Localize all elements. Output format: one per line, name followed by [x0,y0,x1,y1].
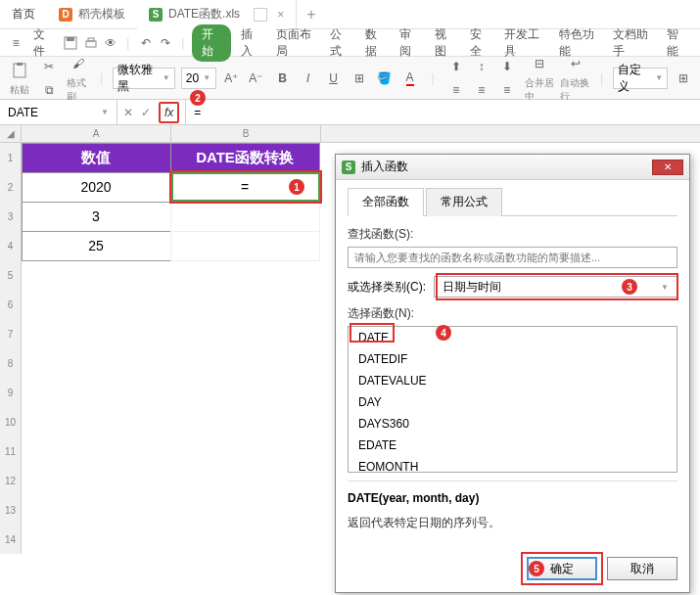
row-header-7[interactable]: 7 [0,319,22,348]
cell-b4[interactable] [170,231,320,261]
numfmt-label: 自定义 [618,62,651,95]
app-menu-icon[interactable]: ≡ [8,33,23,53]
row-header-2[interactable]: 2 [0,172,22,202]
menu-formula[interactable]: 公式 [324,26,355,60]
align-center-icon[interactable]: ≡ [470,79,493,101]
svg-rect-5 [17,63,23,66]
function-item-edate[interactable]: EDATE [349,435,677,456]
font-select[interactable]: 微软雅黑▼ [113,68,175,89]
category-select[interactable]: 日期与时间 ▼ [434,276,677,298]
align-top-icon[interactable]: ⬆ [444,56,468,77]
align-left-icon[interactable]: ≡ [444,79,468,101]
row-header-9[interactable]: 9 [0,378,22,407]
bold-icon[interactable]: B [271,68,295,89]
cell-a2[interactable]: 2020 [22,172,171,203]
merge-icon[interactable]: ⊟ [528,53,551,74]
chevron-down-icon: ▼ [203,73,210,82]
font-color-icon[interactable]: A [398,68,422,89]
row-header-5[interactable]: 5 [0,260,22,290]
function-list[interactable]: DATE DATEDIF DATEVALUE DAY DAYS360 EDATE… [348,326,677,473]
function-item-datedif[interactable]: DATEDIF [349,348,677,370]
svg-rect-2 [86,41,96,47]
row-header-3[interactable]: 3 [0,202,22,231]
cell-b1[interactable]: DATE函数转换 [170,143,320,173]
cell-a4[interactable]: 25 [22,231,171,261]
tab-common-formulas[interactable]: 常用公式 [426,188,502,216]
function-item-date[interactable]: DATE [349,327,677,348]
spreadsheet-icon: S [149,8,163,22]
copy-icon[interactable]: ⧉ [37,79,61,101]
redo-icon[interactable]: ↷ [158,33,173,53]
menu-data[interactable]: 数据 [359,26,391,60]
function-item-datevalue[interactable]: DATEVALUE [349,370,677,391]
dialog-close-button[interactable]: ✕ [652,160,683,175]
fx-button[interactable]: fx [159,102,179,123]
formula-input[interactable]: = [186,100,700,124]
cancel-button[interactable]: 取消 [607,557,677,580]
menu-file[interactable]: 文件 [27,26,59,60]
row-header-11[interactable]: 11 [0,436,22,466]
svg-rect-1 [67,37,74,41]
document-tabs: 首页 D稻壳模板 SDATE函数.xls× + [0,0,700,29]
function-item-eomonth[interactable]: EOMONTH [349,456,677,473]
row-header-8[interactable]: 8 [0,348,22,378]
number-format-select[interactable]: 自定义▼ [613,68,668,89]
cell-a1[interactable]: 数值 [22,143,171,173]
row-header-4[interactable]: 4 [0,231,22,260]
paste-icon[interactable] [8,60,31,81]
menu-start[interactable]: 开始 [192,24,231,62]
row-header-12[interactable]: 12 [0,466,22,495]
cut-icon[interactable]: ✂ [37,56,61,77]
row-header-14[interactable]: 14 [0,525,22,554]
tab-add-button[interactable]: + [297,6,325,23]
decrease-font-icon[interactable]: A⁻ [247,68,265,89]
menu-layout[interactable]: 页面布局 [270,26,320,60]
row-header-10[interactable]: 10 [0,407,22,436]
function-item-day[interactable]: DAY [349,391,677,413]
print-icon[interactable] [82,33,98,53]
search-input[interactable] [348,247,677,268]
row-header-1[interactable]: 1 [0,143,22,172]
align-middle-icon[interactable]: ↕ [470,56,493,77]
save-icon[interactable] [63,33,78,53]
row-header-6[interactable]: 6 [0,290,22,319]
underline-icon[interactable]: U [322,68,346,89]
fill-color-icon[interactable]: 🪣 [373,68,397,89]
row-header-13[interactable]: 13 [0,495,22,525]
separator: | [600,71,603,85]
more-icon[interactable]: ⊞ [674,68,692,89]
menu-review[interactable]: 审阅 [394,26,425,60]
cell-a3[interactable]: 3 [22,202,171,232]
menu-doc[interactable]: 文档助手 [607,26,657,60]
cancel-formula-icon[interactable]: ✕ [123,106,133,119]
menu-security[interactable]: 安全 [464,26,495,60]
tab-home[interactable]: 首页 [0,0,47,29]
tab-template[interactable]: D稻壳模板 [47,0,137,29]
menu-insert[interactable]: 插入 [235,26,266,60]
name-box[interactable]: DATE▼ [0,100,117,124]
function-item-days360[interactable]: DAYS360 [349,413,677,435]
italic-icon[interactable]: I [297,68,320,89]
tab-duplicate-icon[interactable] [254,8,267,22]
confirm-formula-icon[interactable]: ✓ [141,106,151,119]
font-size-select[interactable]: 20▼ [181,68,216,89]
align-bottom-icon[interactable]: ⬇ [495,56,519,77]
undo-icon[interactable]: ↶ [137,33,153,53]
dialog-titlebar[interactable]: S 插入函数 ✕ [336,155,689,180]
align-right-icon[interactable]: ≡ [495,79,519,101]
separator: | [126,36,129,50]
tab-close-icon[interactable]: × [277,8,284,22]
menu-view[interactable]: 视图 [429,26,460,60]
border-icon[interactable]: ⊞ [348,68,371,89]
menu-smart[interactable]: 智能 [661,26,692,60]
column-header-b[interactable]: B [171,125,321,142]
cell-b3[interactable] [170,202,320,232]
select-all-corner[interactable]: ◢ [0,125,22,142]
tab-template-label: 稻壳模板 [78,6,125,23]
wrap-icon[interactable]: ↩ [564,53,587,74]
column-header-a[interactable]: A [22,125,171,142]
format-painter-icon[interactable]: 🖌 [67,53,90,74]
tab-all-functions[interactable]: 全部函数 [348,188,424,216]
preview-icon[interactable]: 👁 [103,33,118,53]
increase-font-icon[interactable]: A⁺ [222,68,241,89]
